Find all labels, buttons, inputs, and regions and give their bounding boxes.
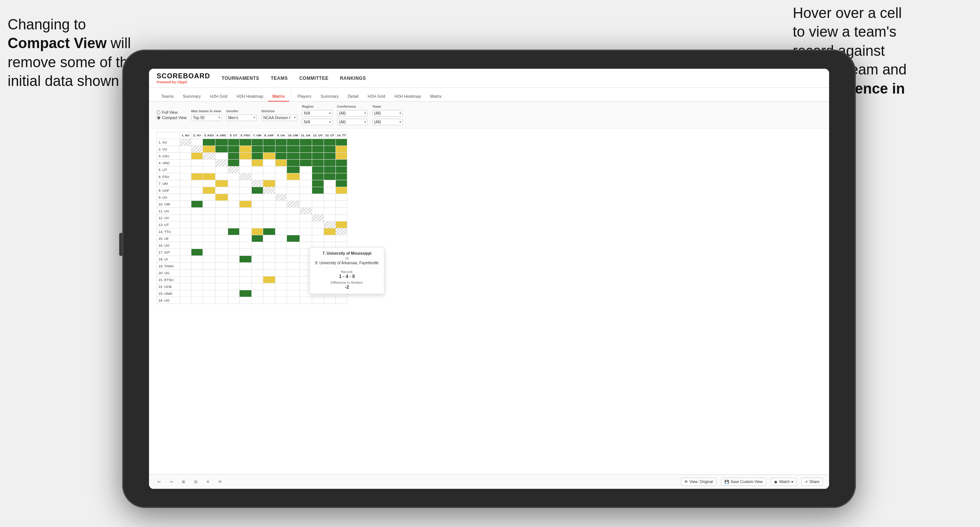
matrix-cell[interactable] — [203, 228, 215, 235]
matrix-cell[interactable] — [239, 242, 251, 249]
matrix-cell[interactable] — [300, 228, 312, 235]
matrix-cell[interactable] — [336, 153, 347, 160]
matrix-cell[interactable] — [215, 173, 228, 180]
matrix-cell[interactable] — [251, 194, 263, 201]
radio-full-view[interactable]: Full View — [157, 110, 186, 115]
matrix-cell[interactable] — [300, 221, 312, 228]
matrix-cell[interactable] — [336, 297, 347, 304]
matrix-cell[interactable] — [251, 270, 263, 276]
matrix-cell[interactable] — [215, 221, 228, 228]
matrix-cell[interactable] — [239, 139, 251, 146]
matrix-cell[interactable] — [251, 215, 263, 221]
matrix-cell[interactable] — [324, 173, 336, 180]
matrix-cell[interactable] — [300, 167, 312, 173]
matrix-cell[interactable] — [287, 201, 300, 208]
matrix-cell[interactable] — [336, 187, 347, 194]
matrix-cell[interactable] — [287, 215, 300, 221]
matrix-cell[interactable] — [239, 270, 251, 276]
matrix-cell[interactable] — [263, 290, 275, 297]
matrix-cell[interactable] — [191, 146, 203, 153]
matrix-cell[interactable] — [300, 160, 312, 167]
matrix-cell[interactable] — [239, 297, 251, 304]
matrix-cell[interactable] — [275, 208, 287, 215]
matrix-cell[interactable] — [191, 235, 203, 242]
matrix-cell[interactable] — [263, 153, 275, 160]
matrix-cell[interactable] — [263, 242, 275, 249]
matrix-cell[interactable] — [180, 208, 191, 215]
matrix-cell[interactable] — [215, 249, 228, 256]
team-select[interactable]: (All) — [372, 110, 403, 116]
sub-nav-players-detail[interactable]: Detail — [343, 92, 363, 102]
matrix-cell[interactable] — [180, 187, 191, 194]
view-original-button[interactable]: 👁 View: Original — [681, 478, 717, 486]
matrix-cell[interactable] — [215, 297, 228, 304]
matrix-cell[interactable] — [251, 167, 263, 173]
matrix-cell[interactable] — [191, 139, 203, 146]
matrix-cell[interactable] — [287, 256, 300, 263]
matrix-cell[interactable] — [263, 139, 275, 146]
sub-nav-players-h2h-grid[interactable]: H2H Grid — [363, 92, 390, 102]
matrix-cell[interactable] — [324, 194, 336, 201]
matrix-cell[interactable] — [300, 194, 312, 201]
matrix-cell[interactable] — [239, 194, 251, 201]
sub-nav-players-matrix[interactable]: Matrix — [426, 92, 446, 102]
matrix-cell[interactable] — [275, 235, 287, 242]
matrix-cell[interactable] — [336, 221, 347, 228]
matrix-cell[interactable] — [191, 249, 203, 256]
conference-select2[interactable]: (All) — [337, 119, 368, 125]
matrix-cell[interactable] — [203, 167, 215, 173]
matrix-cell[interactable] — [203, 180, 215, 187]
matrix-cell[interactable] — [263, 283, 275, 290]
matrix-cell[interactable] — [275, 160, 287, 167]
matrix-cell[interactable] — [251, 290, 263, 297]
matrix-cell[interactable] — [336, 167, 347, 173]
matrix-cell[interactable] — [251, 173, 263, 180]
matrix-cell[interactable] — [228, 235, 239, 242]
matrix-cell[interactable] — [275, 256, 287, 263]
matrix-cell[interactable] — [180, 290, 191, 297]
matrix-cell[interactable] — [215, 228, 228, 235]
matrix-cell[interactable] — [287, 276, 300, 283]
matrix-cell[interactable] — [228, 160, 239, 167]
matrix-cell[interactable] — [275, 180, 287, 187]
toolbar-zoom-in[interactable]: ⊞ — [180, 479, 187, 485]
matrix-cell[interactable] — [275, 228, 287, 235]
matrix-cell[interactable] — [228, 201, 239, 208]
matrix-cell[interactable] — [312, 180, 324, 187]
save-custom-view-button[interactable]: 💾 Save Custom View — [721, 478, 766, 486]
matrix-cell[interactable] — [228, 180, 239, 187]
matrix-cell[interactable] — [228, 249, 239, 256]
matrix-cell[interactable] — [263, 221, 275, 228]
matrix-cell[interactable] — [228, 208, 239, 215]
matrix-cell[interactable] — [203, 146, 215, 153]
matrix-cell[interactable] — [239, 146, 251, 153]
matrix-cell[interactable] — [312, 153, 324, 160]
matrix-cell[interactable] — [263, 167, 275, 173]
matrix-cell[interactable] — [287, 283, 300, 290]
matrix-cell[interactable] — [239, 215, 251, 221]
matrix-cell[interactable] — [324, 201, 336, 208]
matrix-cell[interactable] — [300, 215, 312, 221]
matrix-cell[interactable] — [239, 276, 251, 283]
matrix-cell[interactable] — [203, 297, 215, 304]
matrix-cell[interactable] — [275, 201, 287, 208]
matrix-cell[interactable] — [275, 167, 287, 173]
matrix-cell[interactable] — [287, 153, 300, 160]
matrix-cell[interactable] — [239, 290, 251, 297]
matrix-cell[interactable] — [300, 208, 312, 215]
matrix-cell[interactable] — [180, 228, 191, 235]
matrix-cell[interactable] — [215, 187, 228, 194]
matrix-cell[interactable] — [191, 208, 203, 215]
matrix-cell[interactable] — [228, 290, 239, 297]
matrix-cell[interactable] — [300, 146, 312, 153]
matrix-cell[interactable] — [312, 215, 324, 221]
matrix-cell[interactable] — [324, 167, 336, 173]
nav-rankings[interactable]: RANKINGS — [340, 76, 366, 81]
matrix-cell[interactable] — [336, 180, 347, 187]
matrix-cell[interactable] — [324, 208, 336, 215]
matrix-cell[interactable] — [180, 146, 191, 153]
matrix-cell[interactable] — [324, 139, 336, 146]
matrix-cell[interactable] — [191, 167, 203, 173]
matrix-cell[interactable] — [336, 201, 347, 208]
matrix-cell[interactable] — [180, 256, 191, 263]
